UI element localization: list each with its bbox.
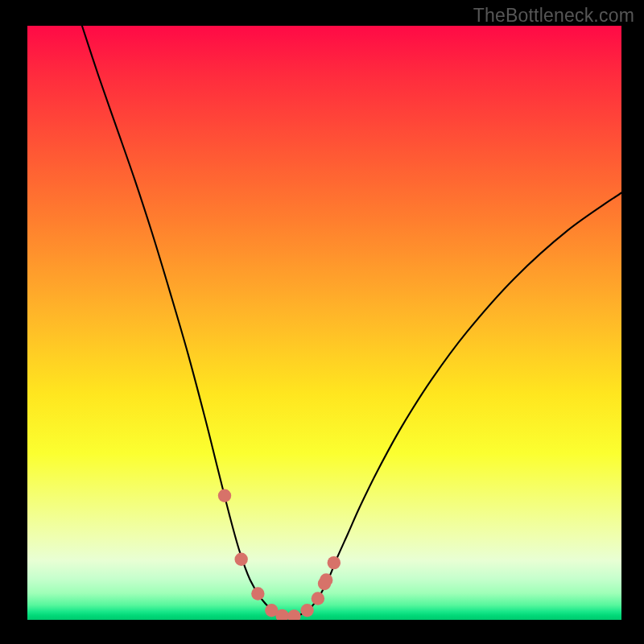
data-point-dot: [328, 556, 341, 569]
bottleneck-curve: [82, 26, 621, 617]
data-point-dot: [320, 573, 332, 586]
curve-dots: [218, 489, 341, 620]
plot-area: [27, 26, 621, 620]
data-point-dot: [287, 609, 300, 620]
data-point-dot: [300, 604, 313, 617]
chart-svg: [27, 26, 621, 620]
data-point-dot: [251, 587, 264, 600]
data-point-dot: [218, 489, 231, 502]
watermark-text: TheBottleneck.com: [473, 5, 634, 27]
outer-frame: TheBottleneck.com: [0, 0, 644, 644]
data-point-dot: [234, 553, 247, 566]
data-point-dot: [312, 592, 324, 605]
